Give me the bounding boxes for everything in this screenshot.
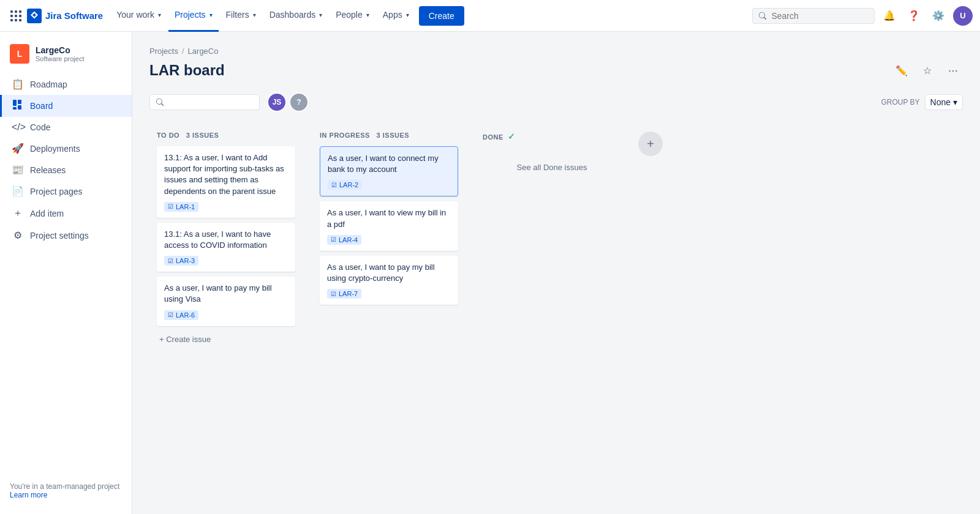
- sidebar-item-project-settings[interactable]: ⚙ Project settings: [0, 225, 132, 246]
- project-icon: L: [10, 44, 29, 64]
- topnav-right-area: 🔔 ❓ ⚙️ U: [752, 6, 973, 26]
- more-options-button[interactable]: ⋯: [943, 61, 963, 80]
- main-content: Projects / LargeCo LAR board ✏️ ☆ ⋯ JS: [132, 32, 980, 514]
- user-avatar[interactable]: U: [953, 6, 973, 26]
- svg-rect-10: [13, 100, 17, 106]
- svg-rect-1: [15, 10, 17, 13]
- sidebar-item-label: Board: [30, 101, 53, 111]
- svg-rect-7: [15, 19, 17, 21]
- create-issue-button[interactable]: + Create issue: [157, 331, 295, 348]
- card-LAR-1[interactable]: 13.1: As a user, I want to Add support f…: [157, 146, 295, 218]
- group-by-label: GROUP BY: [881, 98, 919, 106]
- chevron-down-icon: ▾: [953, 97, 957, 107]
- chevron-down-icon: ▾: [158, 12, 161, 18]
- sidebar-item-board[interactable]: Board: [0, 95, 132, 117]
- sidebar-item-roadmap[interactable]: 📋 Roadmap: [0, 73, 132, 95]
- nav-your-work[interactable]: Your work ▾: [110, 0, 167, 32]
- card-text: As a user, I want to pay my bill using V…: [164, 283, 288, 305]
- breadcrumb-largeco[interactable]: LargeCo: [188, 47, 219, 56]
- checkbox-icon: ☑: [331, 182, 337, 188]
- svg-rect-11: [18, 100, 21, 104]
- column-title-todo: TO DO 3 ISSUES: [157, 132, 219, 139]
- page-header: LAR board ✏️ ☆ ⋯: [149, 61, 963, 80]
- nav-apps[interactable]: Apps ▾: [377, 0, 415, 32]
- column-inprogress: IN PROGRESS 3 ISSUES As a user, I want t…: [312, 124, 466, 312]
- column-title-inprogress: IN PROGRESS 3 ISSUES: [320, 132, 409, 139]
- svg-rect-4: [15, 15, 17, 17]
- card-tag-LAR-3[interactable]: ☑ LAR-3: [164, 256, 198, 266]
- sidebar-item-add-item[interactable]: ＋ Add item: [0, 202, 132, 225]
- card-tag-LAR-6[interactable]: ☑ LAR-6: [164, 310, 198, 320]
- learn-more-link[interactable]: Learn more: [10, 491, 47, 499]
- sidebar-item-code[interactable]: </> Code: [0, 117, 132, 138]
- create-button[interactable]: Create: [419, 6, 464, 26]
- sidebar-item-releases[interactable]: 📰 Releases: [0, 159, 132, 181]
- board-search-box[interactable]: [149, 94, 260, 110]
- breadcrumb: Projects / LargeCo: [149, 47, 963, 56]
- settings-button[interactable]: ⚙️: [929, 6, 948, 26]
- svg-rect-0: [10, 10, 13, 13]
- group-by-value: None: [930, 97, 951, 107]
- board-search-input[interactable]: [167, 97, 253, 107]
- releases-icon: 📰: [12, 164, 24, 176]
- checkbox-icon: ☑: [331, 291, 336, 297]
- star-icon-button[interactable]: ☆: [918, 61, 937, 80]
- app-layout: L LargeCo Software project 📋 Roadmap Boa…: [0, 32, 980, 514]
- nav-projects[interactable]: Projects ▾: [168, 0, 219, 32]
- nav-filters[interactable]: Filters ▾: [220, 0, 262, 32]
- card-LAR-2[interactable]: As a user, I want to connect my bank to …: [320, 146, 458, 196]
- member-avatars: JS ?: [267, 92, 309, 112]
- search-box[interactable]: [752, 8, 875, 24]
- nav-people[interactable]: People ▾: [330, 0, 375, 32]
- sidebar-item-label: Add item: [30, 209, 64, 218]
- nav-dashboards[interactable]: Dashboards ▾: [263, 0, 329, 32]
- column-header-done: DONE ✓: [483, 132, 621, 141]
- card-footer: ☑ LAR-2: [328, 180, 450, 190]
- card-LAR-7[interactable]: As a user, I want to pay my bill using c…: [320, 256, 458, 305]
- search-icon: [156, 98, 164, 106]
- page-header-actions: ✏️ ☆ ⋯: [892, 61, 963, 80]
- card-footer: ☑ LAR-4: [327, 235, 451, 245]
- pages-icon: 📄: [12, 185, 24, 197]
- sidebar-item-label: Deployments: [30, 144, 80, 154]
- card-tag-LAR-7[interactable]: ☑ LAR-7: [327, 289, 361, 299]
- chevron-down-icon: ▾: [319, 12, 322, 18]
- member-avatar-2[interactable]: ?: [289, 92, 309, 112]
- card-LAR-4[interactable]: As a user, I want to view my bill in a p…: [320, 201, 458, 250]
- roadmap-icon: 📋: [12, 78, 24, 90]
- chevron-down-icon: ▾: [406, 12, 409, 18]
- settings-icon: ⚙: [12, 229, 24, 241]
- checkbox-icon: ☑: [168, 203, 173, 210]
- add-column-button[interactable]: +: [638, 132, 663, 156]
- member-avatar-1[interactable]: JS: [267, 92, 287, 112]
- breadcrumb-projects[interactable]: Projects: [149, 47, 178, 56]
- sidebar-item-label: Code: [30, 122, 50, 132]
- card-footer: ☑ LAR-1: [164, 202, 288, 212]
- checkbox-icon: ☑: [168, 258, 173, 264]
- svg-rect-5: [19, 15, 21, 17]
- help-button[interactable]: ❓: [904, 6, 924, 26]
- jira-logo[interactable]: Jira Software: [27, 9, 103, 23]
- card-tag-LAR-2[interactable]: ☑ LAR-2: [328, 180, 362, 190]
- svg-rect-3: [10, 15, 13, 17]
- edit-icon-button[interactable]: ✏️: [892, 61, 911, 80]
- card-footer: ☑ LAR-6: [164, 310, 288, 320]
- app-switcher-icon[interactable]: [7, 7, 24, 24]
- done-check-icon: ✓: [508, 132, 516, 141]
- search-input[interactable]: [771, 11, 868, 21]
- sidebar-item-project-pages[interactable]: 📄 Project pages: [0, 181, 132, 202]
- sidebar-item-label: Roadmap: [30, 80, 67, 89]
- notifications-button[interactable]: 🔔: [880, 6, 899, 26]
- logo-text: Jira Software: [45, 10, 103, 21]
- card-LAR-3[interactable]: 13.1: As a user, I want to have access t…: [157, 223, 295, 272]
- svg-rect-13: [18, 105, 21, 110]
- card-tag-LAR-4[interactable]: ☑ LAR-4: [327, 235, 361, 245]
- card-tag-LAR-1[interactable]: ☑ LAR-1: [164, 202, 198, 212]
- card-text: As a user, I want to pay my bill using c…: [327, 262, 451, 284]
- see-all-done-button[interactable]: See all Done issues: [483, 149, 621, 185]
- card-LAR-6[interactable]: As a user, I want to pay my bill using V…: [157, 277, 295, 326]
- sidebar-bottom: You're in a team-managed project Learn m…: [0, 475, 132, 507]
- group-by-select[interactable]: None ▾: [925, 94, 963, 110]
- sidebar-item-deployments[interactable]: 🚀 Deployments: [0, 138, 132, 159]
- group-by-area: GROUP BY None ▾: [881, 94, 963, 110]
